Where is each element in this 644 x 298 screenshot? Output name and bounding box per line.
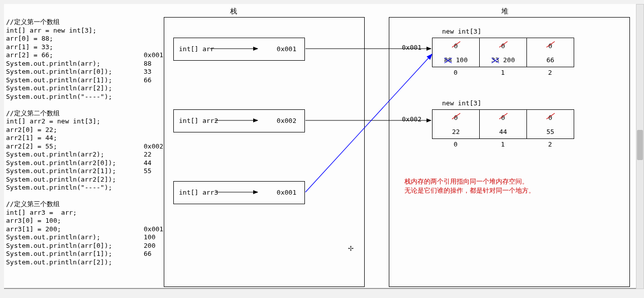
heap-note: 栈内存的两个引用指向同一个堆内存空间。 无论是它们谁的操作，都是针对同一个地方。 — [404, 177, 535, 195]
heap-cell: 0 66 — [527, 38, 574, 67]
diagram-canvas: 栈 堆 //定义第一个数组 int[] arr = new int[3]; ar… — [4, 4, 636, 289]
heap-array1: 0 88 100 0 33 200 0 — [432, 38, 574, 67]
heap-array1-addr: 0x001 — [402, 44, 421, 51]
stack-var-addr: 0x002 — [277, 117, 296, 124]
stack-var-label: int[] arr2 — [179, 117, 218, 124]
heap-title: 堆 — [501, 7, 508, 16]
stack-var-label: int[] arr — [179, 45, 214, 53]
stack-var-arr2: int[] arr2 0x002 — [173, 109, 305, 132]
heap-array2: 0 22 0 44 0 55 — [432, 109, 574, 139]
heap-array1-decl: new int[3] — [442, 28, 481, 35]
stack-var-addr: 0x001 — [277, 45, 296, 53]
heap-array1-indices: 012 — [432, 69, 574, 76]
stack-region: int[] arr 0x001 int[] arr2 0x002 int[] a… — [164, 17, 365, 287]
heap-cell: 0 88 100 — [433, 38, 480, 67]
code-output-column: 0x001 88 33 66 0x002 22 44 55 0x001 100 … — [144, 18, 163, 258]
code-listing: //定义第一个数组 int[] arr = new int[3]; arr[0]… — [6, 18, 116, 266]
scrollbar-thumb[interactable] — [637, 130, 643, 160]
stack-var-arr: int[] arr 0x001 — [173, 38, 305, 61]
strike-icon — [546, 112, 556, 119]
strike-icon — [498, 41, 508, 48]
stack-var-addr: 0x001 — [277, 189, 296, 196]
heap-cell: 0 55 — [527, 110, 574, 139]
heap-cell: 0 33 200 — [480, 38, 527, 67]
strike-icon — [546, 41, 556, 48]
cursor-cross-icon: ✢ — [348, 242, 354, 253]
heap-cell: 0 22 — [433, 110, 480, 139]
strike-icon — [451, 112, 461, 119]
vertical-scrollbar[interactable] — [636, 4, 644, 289]
heap-array2-indices: 012 — [432, 140, 574, 148]
stack-title: 栈 — [230, 7, 237, 16]
strike-icon — [451, 41, 461, 48]
heap-cell: 0 44 — [480, 110, 527, 139]
heap-array2-decl: new int[3] — [442, 99, 481, 107]
strike-icon — [498, 112, 508, 119]
stack-var-label: int[] arr3 — [179, 189, 218, 196]
stack-var-arr3: int[] arr3 0x001 — [173, 181, 305, 204]
heap-region: new int[3] 0x001 0 88 100 0 33 200 — [389, 17, 630, 287]
heap-array2-addr: 0x002 — [402, 115, 421, 123]
